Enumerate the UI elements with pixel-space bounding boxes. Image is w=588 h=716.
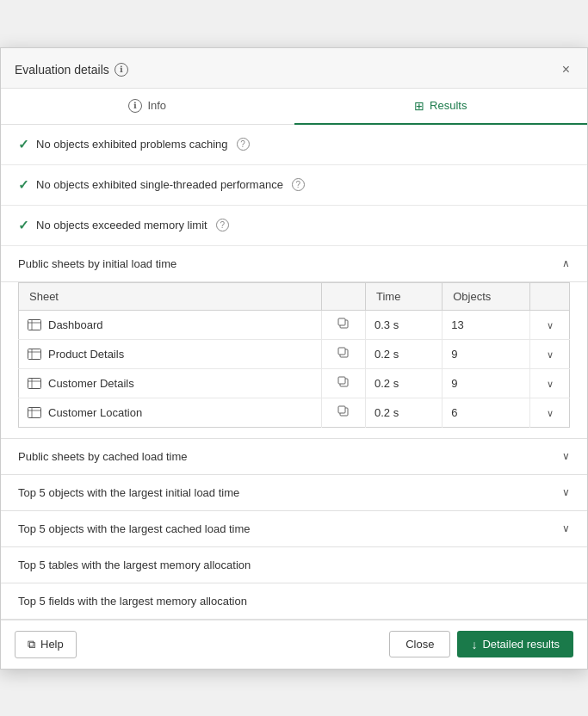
evaluation-details-modal: Evaluation details ℹ × ℹ Info ⊞ Results … xyxy=(0,47,588,670)
sheet-name: Customer Location xyxy=(48,406,142,419)
expand-cell[interactable]: ∨ xyxy=(530,398,570,427)
copy-icon[interactable] xyxy=(337,319,350,332)
check-icon-threaded: ✓ xyxy=(18,177,29,193)
check-label-caching: No objects exhibited problems caching xyxy=(36,138,228,151)
sheet-name-cell: Customer Details xyxy=(19,368,322,398)
svg-rect-9 xyxy=(338,348,345,355)
modal-close-button[interactable]: × xyxy=(559,60,573,79)
question-icon-caching[interactable]: ? xyxy=(237,138,250,151)
footer-right: Close ↓ Detailed results xyxy=(389,631,573,657)
title-info-icon[interactable]: ℹ xyxy=(115,63,128,77)
sheet-name: Dashboard xyxy=(48,318,103,331)
section-label-top5-cached: Top 5 objects with the largest cached lo… xyxy=(18,522,251,535)
svg-rect-10 xyxy=(28,378,41,388)
sheet-name: Product Details xyxy=(48,348,124,361)
expand-cell[interactable]: ∨ xyxy=(530,310,570,339)
sheet-name-cell: Dashboard xyxy=(19,310,322,339)
copy-cell[interactable] xyxy=(322,368,366,398)
check-icon-memory: ✓ xyxy=(18,218,29,233)
sheet-name-cell: Customer Location xyxy=(19,398,322,427)
table-row: Customer Location 0.2 s 6 ∨ xyxy=(19,398,570,427)
row-chevron-icon[interactable]: ∨ xyxy=(547,379,554,389)
th-copy xyxy=(322,282,366,310)
th-time: Time xyxy=(365,282,442,310)
help-button[interactable]: ⧉ Help xyxy=(15,631,77,658)
tab-info-label: Info xyxy=(147,99,166,112)
svg-rect-19 xyxy=(338,406,345,413)
row-chevron-icon[interactable]: ∨ xyxy=(547,408,554,418)
chevron-down-top5-cached: ∨ xyxy=(562,522,570,534)
row-chevron-icon[interactable]: ∨ xyxy=(547,349,554,360)
chevron-down-top5-initial: ∨ xyxy=(562,486,570,498)
section-label-initial: Public sheets by initial load time xyxy=(18,257,176,270)
table-row: Customer Details 0.2 s 9 ∨ xyxy=(19,368,570,398)
modal-title: Evaluation details ℹ xyxy=(15,63,128,77)
svg-rect-5 xyxy=(28,349,41,359)
check-row-caching: ✓ No objects exhibited problems caching … xyxy=(1,125,587,165)
initial-load-table: Sheet Time Objects xyxy=(18,282,570,428)
chevron-down-cached: ∨ xyxy=(562,450,570,462)
help-external-icon: ⧉ xyxy=(28,638,35,651)
copy-cell[interactable] xyxy=(322,398,366,427)
section-label-cached: Public sheets by cached load time xyxy=(18,450,188,463)
help-label: Help xyxy=(40,638,64,651)
sheet-name-cell: Product Details xyxy=(19,339,322,368)
svg-rect-4 xyxy=(338,318,345,325)
sheet-name: Customer Details xyxy=(48,377,134,390)
check-row-threaded: ✓ No objects exhibited single-threaded p… xyxy=(1,165,587,206)
tab-results[interactable]: ⊞ Results xyxy=(294,89,588,125)
close-modal-button[interactable]: Close xyxy=(389,631,450,657)
copy-icon[interactable] xyxy=(337,349,350,361)
download-icon: ↓ xyxy=(471,638,477,651)
question-icon-memory[interactable]: ? xyxy=(216,219,229,231)
copy-cell[interactable] xyxy=(322,310,366,339)
objects-cell: 9 xyxy=(443,368,530,398)
modal-footer: ⧉ Help Close ↓ Detailed results xyxy=(1,620,587,669)
check-row-memory: ✓ No objects exceeded memory limit ? xyxy=(1,206,587,246)
section-header-cached[interactable]: Public sheets by cached load time ∨ xyxy=(1,439,587,475)
svg-rect-14 xyxy=(338,377,345,384)
expand-cell[interactable]: ∨ xyxy=(530,368,570,398)
th-objects: Objects xyxy=(443,282,530,310)
copy-cell[interactable] xyxy=(322,339,366,368)
svg-rect-15 xyxy=(28,407,41,417)
title-text: Evaluation details xyxy=(15,63,109,77)
th-expand xyxy=(530,282,570,310)
section-label-top5-memory-fields: Top 5 fields with the largest memory all… xyxy=(18,595,247,608)
objects-cell: 6 xyxy=(443,398,530,427)
check-icon-caching: ✓ xyxy=(18,137,29,152)
tab-results-label: Results xyxy=(430,99,467,112)
sheet-icon xyxy=(28,319,41,330)
time-cell: 0.3 s xyxy=(365,310,442,339)
time-cell: 0.2 s xyxy=(365,368,442,398)
section-header-initial[interactable]: Public sheets by initial load time ∧ xyxy=(1,246,587,282)
detailed-results-button[interactable]: ↓ Detailed results xyxy=(457,631,573,657)
tab-info-icon: ℹ xyxy=(128,99,142,113)
modal-body: ✓ No objects exhibited problems caching … xyxy=(1,125,587,620)
section-label-top5-initial: Top 5 objects with the largest initial l… xyxy=(18,486,239,499)
section-top5-memory-tables: Top 5 tables with the largest memory all… xyxy=(1,547,587,583)
objects-cell: 9 xyxy=(443,339,530,368)
th-sheet: Sheet xyxy=(19,282,322,310)
expand-cell[interactable]: ∨ xyxy=(530,339,570,368)
section-header-top5-cached[interactable]: Top 5 objects with the largest cached lo… xyxy=(1,511,587,547)
tab-info[interactable]: ℹ Info xyxy=(1,89,294,125)
time-cell: 0.2 s xyxy=(365,339,442,368)
row-chevron-icon[interactable]: ∨ xyxy=(547,320,554,330)
section-header-top5-initial[interactable]: Top 5 objects with the largest initial l… xyxy=(1,475,587,511)
detailed-label: Detailed results xyxy=(482,638,560,651)
copy-icon[interactable] xyxy=(337,407,350,420)
check-label-threaded: No objects exhibited single-threaded per… xyxy=(36,178,283,191)
question-icon-threaded[interactable]: ? xyxy=(292,178,305,191)
time-cell: 0.2 s xyxy=(365,398,442,427)
table-row: Product Details 0.2 s 9 ∨ xyxy=(19,339,570,368)
section-top5-memory-fields: Top 5 fields with the largest memory all… xyxy=(1,583,587,620)
initial-load-table-container: Sheet Time Objects xyxy=(1,282,587,439)
sheet-icon xyxy=(28,349,41,360)
tab-bar: ℹ Info ⊞ Results xyxy=(1,89,587,125)
chevron-up-initial: ∧ xyxy=(562,257,570,269)
objects-cell: 13 xyxy=(443,310,530,339)
section-label-top5-memory-tables: Top 5 tables with the largest memory all… xyxy=(18,559,251,571)
svg-rect-0 xyxy=(28,319,41,330)
copy-icon[interactable] xyxy=(337,378,350,391)
